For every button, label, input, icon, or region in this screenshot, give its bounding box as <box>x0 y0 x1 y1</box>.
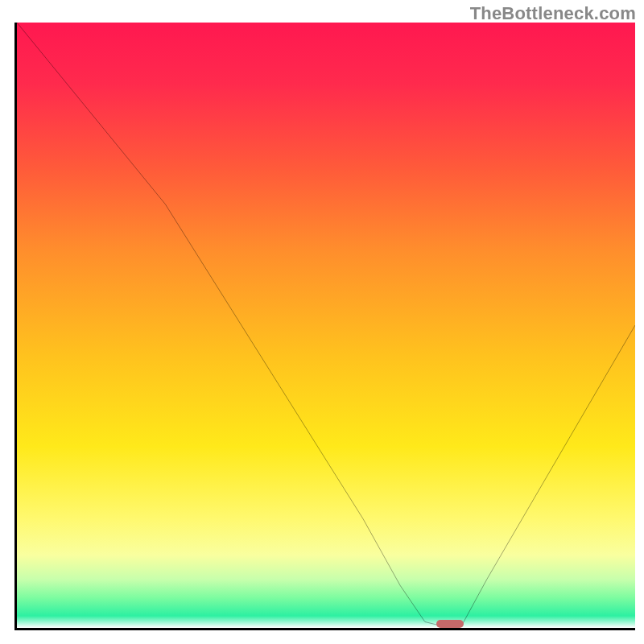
valley-marker <box>436 620 464 628</box>
watermark-text: TheBottleneck.com <box>470 3 636 24</box>
bottleneck-curve <box>17 23 635 628</box>
chart-stage: TheBottleneck.com <box>0 0 644 644</box>
curve-path <box>17 23 635 628</box>
plot-area <box>14 23 635 630</box>
